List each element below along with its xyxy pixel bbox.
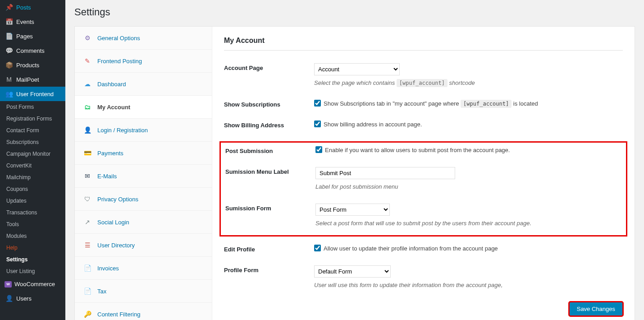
woocommerce-icon: W	[5, 281, 12, 288]
account-page-select[interactable]: Account	[314, 63, 400, 75]
submission-form-select[interactable]: Post Form	[315, 204, 390, 216]
admin-sub-campaign-monitor[interactable]: Campaign Monitor	[0, 148, 65, 160]
admin-menu-products[interactable]: 📦Products	[0, 58, 65, 72]
admin-sub-mailchimp[interactable]: Mailchimp	[0, 172, 65, 183]
tab-user-directory[interactable]: ☰User Directory	[75, 234, 212, 257]
file-icon: 📄	[83, 264, 92, 272]
show-billing-checkbox[interactable]	[314, 121, 321, 127]
admin-sub-help[interactable]: Help	[0, 242, 65, 254]
admin-menu-label: Products	[16, 62, 39, 69]
dashboard-icon: ☁	[83, 80, 92, 88]
admin-menu-pages[interactable]: 📄Pages	[0, 29, 65, 43]
admin-sub-modules[interactable]: Modules	[0, 230, 65, 242]
tab-content-filtering[interactable]: 🔑Content Filtering	[75, 303, 212, 320]
admin-sub-subscriptions[interactable]: Subscriptions	[0, 136, 65, 148]
profile-form-select[interactable]: Default Form	[314, 265, 391, 278]
file-icon: 📄	[83, 288, 92, 295]
edit-icon: ✎	[83, 57, 92, 65]
settings-tabs: ⚙General Options ✎Frontend Posting ☁Dash…	[75, 27, 212, 320]
tab-privacy-options[interactable]: 🛡Privacy Options	[75, 188, 212, 211]
tab-label: General Options	[97, 35, 140, 42]
admin-sub-post-forms[interactable]: Post Forms	[0, 101, 65, 113]
row-post-submission: Post Submission Enable if you want to al…	[225, 146, 621, 154]
admin-menu-label: WooCommerce	[14, 281, 55, 288]
tab-my-account[interactable]: 🗂My Account	[75, 96, 212, 119]
tab-tax[interactable]: 📄Tax	[75, 280, 212, 303]
label-submission-menu-label: Sumission Menu Label	[225, 167, 315, 175]
tab-label: Dashboard	[97, 81, 126, 88]
admin-menu-user-frontend[interactable]: 👥User Frontend	[0, 87, 65, 101]
label-profile-form: Profile Form	[224, 265, 314, 274]
admin-menu-mailpoet[interactable]: MMailPoet	[0, 72, 65, 87]
admin-sub-tools[interactable]: Tools	[0, 218, 65, 230]
admin-sub-contact-form[interactable]: Contact Form	[0, 125, 65, 136]
form-area: My Account Account Page Account Select t…	[212, 27, 635, 320]
section-title: My Account	[224, 37, 623, 51]
tab-social-login[interactable]: ↗Social Login	[75, 211, 212, 234]
admin-sub-updates[interactable]: Updates	[0, 195, 65, 207]
page-title: Settings	[74, 0, 635, 26]
profile-form-desc: User will use this form to update their …	[314, 281, 623, 289]
tab-label: My Account	[97, 104, 130, 111]
envelope-icon: ✉	[83, 172, 92, 180]
save-changes-button[interactable]: Save Changes	[569, 302, 623, 316]
post-submission-label[interactable]: Enable if you want to allow users to sub…	[315, 147, 510, 153]
page-icon: 📄	[5, 32, 14, 40]
row-submission-menu-label: Sumission Menu Label Label for post subm…	[225, 167, 621, 191]
tab-login-registration[interactable]: 👤Login / Registration	[75, 119, 212, 142]
show-billing-label[interactable]: Show billing address in account page.	[314, 121, 422, 128]
label-show-subscriptions: Show Subscriptions	[224, 100, 314, 108]
tab-payments[interactable]: 💳Payments	[75, 142, 212, 165]
admin-menu-users[interactable]: 👤Users	[0, 291, 65, 306]
gear-icon: ⚙	[83, 34, 92, 42]
main-content: Settings ⚙General Options ✎Frontend Post…	[65, 0, 644, 320]
admin-menu-posts[interactable]: 📌Posts	[0, 0, 65, 14]
tab-label: Payments	[97, 150, 123, 157]
row-show-billing: Show Billing Address Show billing addres…	[224, 121, 623, 129]
save-area: Save Changes	[224, 302, 623, 316]
admin-menu-label: Users	[16, 295, 32, 302]
tab-emails[interactable]: ✉E-Mails	[75, 165, 212, 188]
credit-card-icon: 💳	[83, 149, 92, 157]
show-subscriptions-checkbox[interactable]	[314, 100, 321, 107]
admin-sub-coupons[interactable]: Coupons	[0, 183, 65, 195]
tab-dashboard[interactable]: ☁Dashboard	[75, 73, 212, 96]
submission-menu-label-input[interactable]	[315, 167, 455, 179]
tab-label: Content Filtering	[97, 311, 140, 318]
comment-icon: 💬	[5, 47, 14, 54]
id-card-icon: 🗂	[83, 103, 92, 111]
edit-profile-label[interactable]: Allow user to update their profile infor…	[314, 245, 498, 252]
tab-label: Privacy Options	[97, 196, 138, 203]
admin-sub-registration-forms[interactable]: Registration Forms	[0, 113, 65, 125]
label-account-page: Account Page	[224, 63, 314, 71]
admin-sub-user-listing[interactable]: User Listing	[0, 265, 65, 277]
admin-menu-events[interactable]: 📅Events	[0, 14, 65, 29]
user-icon: 👤	[83, 126, 92, 134]
submission-form-desc: Select a post form that will use to subm…	[315, 219, 621, 227]
tab-frontend-posting[interactable]: ✎Frontend Posting	[75, 50, 212, 73]
admin-menu-woocommerce[interactable]: WWooCommerce	[0, 277, 65, 291]
show-subscriptions-label[interactable]: Show Subscriptions tab in "my account" p…	[314, 100, 538, 107]
tab-label: User Directory	[97, 242, 135, 249]
code-shortcode: [wpuf_account]	[397, 79, 448, 87]
admin-menu-label: Comments	[16, 47, 45, 54]
tab-invoices[interactable]: 📄Invoices	[75, 257, 212, 280]
tab-label: Frontend Posting	[97, 58, 142, 65]
row-profile-form: Profile Form Default Form User will use …	[224, 265, 623, 289]
user-frontend-icon: 👥	[5, 90, 14, 97]
admin-menu-comments[interactable]: 💬Comments	[0, 43, 65, 58]
admin-menu-label: User Frontend	[16, 91, 54, 97]
admin-sub-convertkit[interactable]: ConvertKit	[0, 160, 65, 172]
tab-general-options[interactable]: ⚙General Options	[75, 27, 212, 50]
list-icon: ☰	[83, 241, 92, 249]
post-submission-checkbox[interactable]	[315, 146, 322, 153]
label-show-billing: Show Billing Address	[224, 121, 314, 129]
shield-icon: 🛡	[83, 195, 92, 203]
account-page-desc: Select the page which contains [wpuf_acc…	[314, 79, 623, 87]
admin-sub-settings[interactable]: Settings	[0, 254, 65, 265]
calendar-icon: 📅	[5, 18, 14, 25]
edit-profile-checkbox[interactable]	[314, 245, 321, 251]
tab-label: Login / Registration	[97, 127, 148, 134]
users-icon: 👤	[5, 295, 14, 302]
admin-sub-transactions[interactable]: Transactions	[0, 207, 65, 218]
